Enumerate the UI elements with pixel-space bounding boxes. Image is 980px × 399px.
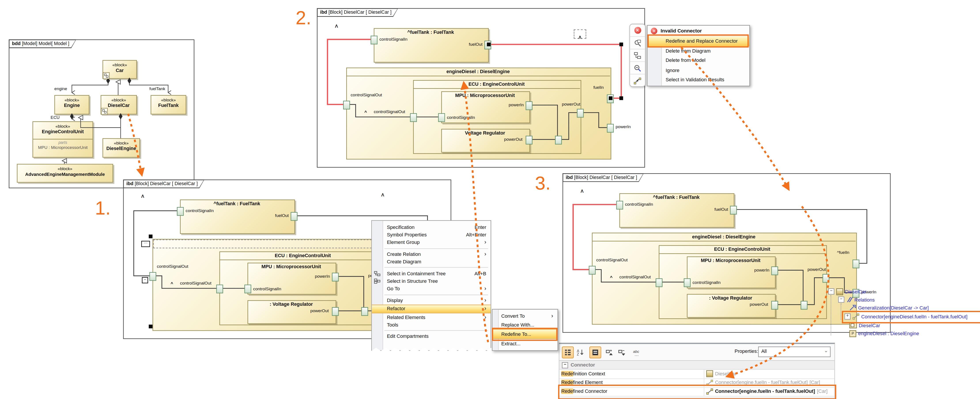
tree-node-enginediesel[interactable]: engineDiesel : DieselEngine	[849, 330, 919, 337]
block-car[interactable]: «block»Car	[102, 60, 137, 79]
connector-bend-handle[interactable]	[619, 43, 623, 46]
port-junction[interactable]	[216, 284, 223, 294]
menu-item-related-elements[interactable]: Related Elements	[372, 313, 490, 321]
port-mpu-controlsignalin[interactable]	[684, 278, 690, 287]
menu-item-symbol-properties[interactable]: Symbol PropertiesAlt+Enter	[372, 231, 490, 239]
bdd-composition-engine[interactable]	[72, 81, 108, 93]
menu-item-element-group[interactable]: Element Group	[372, 239, 490, 247]
port-controlsignalout[interactable]	[343, 101, 350, 110]
port-mpu-powerin[interactable]	[526, 101, 533, 110]
selection-handle[interactable]	[149, 235, 153, 238]
port-controlsignalin[interactable]	[616, 201, 623, 210]
customize-properties-button[interactable]: abc…	[631, 346, 643, 358]
port-junction[interactable]	[800, 301, 807, 310]
block-fueltank[interactable]: «block»FuelTank	[151, 95, 186, 115]
port-ecu-powerout[interactable]	[577, 109, 584, 118]
expert-mode-button[interactable]	[589, 346, 601, 358]
property-row-redefinition-context[interactable]: Redefinition Context DieselCar	[560, 370, 835, 379]
menu-item-tools[interactable]: Tools	[372, 321, 490, 329]
port-vr-powerout[interactable]	[332, 307, 339, 316]
menu-item-select-in-validation-results[interactable]: Select in Validation Results	[648, 75, 749, 85]
port-controlsignalout[interactable]	[150, 272, 156, 281]
property-row-redefined-element[interactable]: Redefined Element Connector[engine.fuelI…	[560, 378, 835, 388]
port-engine-fuelin[interactable]	[853, 260, 859, 268]
step-label-2: 2.	[296, 9, 311, 28]
bdd-diagram-tab[interactable]: bdd [Model] Model[ Model ]	[9, 39, 76, 48]
connector-endpoint-handle[interactable]	[609, 96, 612, 100]
expand-all-button[interactable]	[603, 346, 615, 358]
port-mpu-powerin[interactable]	[332, 273, 339, 281]
containment-tree: DieselCar Relations Generalization[Diese…	[824, 287, 980, 340]
containment-tree-icon[interactable]	[630, 49, 645, 62]
collapse-icon[interactable]	[828, 288, 834, 295]
property-row-redefined-connector[interactable]: Redefined Connector Connector[engine.fue…	[560, 387, 835, 396]
submenu-item-extract[interactable]: Extract...	[493, 339, 557, 348]
connector-endpoint-handle[interactable]	[487, 43, 490, 46]
block-enginecontrolunit[interactable]: «block»EngineControlUnit parts MPU : Mic…	[32, 121, 93, 158]
collapse-icon[interactable]	[838, 297, 844, 303]
ibd3-tab[interactable]: ibd [Block] DieselCar [ DieselCar ]	[563, 173, 644, 182]
sort-alphabetically-button[interactable]: AZ	[574, 346, 586, 358]
port-ecu-powerout[interactable]	[822, 274, 829, 283]
tree-node-dieselcar[interactable]: DieselCar	[828, 288, 866, 295]
tree-node-connector[interactable]: Connector[engineDiesel.fuelIn - fuelTank…	[845, 313, 967, 320]
port-mpu-powerin[interactable]	[771, 267, 778, 275]
menu-item-create-relation[interactable]: Create Relation	[372, 250, 490, 258]
properties-section-connector[interactable]: Connector	[560, 361, 835, 370]
port-mpu-controlsignalin[interactable]	[244, 284, 251, 294]
selection-handle[interactable]	[149, 324, 153, 328]
menu-item-create-diagram[interactable]: Create Diagram	[372, 258, 490, 266]
submenu-item-convert-to[interactable]: Convert To	[493, 311, 557, 320]
port-controlsignalin[interactable]	[177, 207, 184, 216]
submenu-item-replace-with[interactable]: Replace With...	[493, 320, 557, 329]
collapse-all-button[interactable]	[616, 346, 628, 358]
menu-item-ignore[interactable]: Ignore	[648, 65, 749, 75]
submenu-item-redefine-to[interactable]: Redefine To...	[493, 329, 557, 339]
connector-bend-handle[interactable]	[619, 96, 623, 100]
port-vr-powerout[interactable]	[526, 136, 533, 145]
tree-node-dieselcar-diagram[interactable]: DieselCar	[849, 321, 880, 329]
menu-item-redefine-and-replace-connector[interactable]: Redefine and Replace Connector	[648, 36, 749, 46]
menu-item-go-to[interactable]: Go To	[372, 285, 490, 293]
menu-item-select-in-structure-tree[interactable]: Select in Structure Tree	[372, 277, 490, 285]
properties-filter-select[interactable]: All	[758, 346, 830, 357]
block-dieselengine[interactable]: «block»DieselEngine	[102, 138, 140, 158]
inherited-caret: Λ	[141, 194, 144, 198]
menu-item-delete-from-diagram[interactable]: Delete from Diagram	[648, 46, 749, 56]
menu-item-refactor[interactable]: Refactor	[372, 304, 490, 313]
compartment-dots-box[interactable]	[141, 241, 150, 247]
port-fuelout[interactable]	[730, 206, 737, 214]
menu-item-select-in-containment-tree[interactable]: Select in Containment TreeAlt+B	[372, 270, 490, 277]
tree-node-relations[interactable]: Relations	[838, 296, 875, 303]
connector-path-icon[interactable]	[630, 75, 645, 86]
categorized-view-button[interactable]	[562, 346, 574, 358]
collapse-box[interactable]	[142, 277, 148, 283]
port-junction[interactable]	[656, 278, 663, 287]
menu-item-specification[interactable]: SpecificationEnter	[372, 223, 490, 231]
menu-item-edit-compartments[interactable]: Edit Compartments	[372, 332, 490, 340]
block-dieselcar[interactable]: «block»DieselCar	[101, 95, 137, 115]
port-controlsignalout[interactable]	[589, 266, 596, 275]
port-engine-powerin[interactable]	[607, 124, 614, 133]
block-aemm[interactable]: «block»AdvancedEngineManagementModule	[17, 164, 113, 183]
tree-node-generalization[interactable]: Generalization[DieselCar -> Car]	[849, 304, 929, 311]
port-vr-powerout[interactable]	[771, 301, 778, 310]
ibd2-tab[interactable]: ibd [Block] DieselCar [ DieselCar ]	[317, 8, 398, 17]
port-mpu-controlsignalin[interactable]	[438, 113, 445, 122]
port-fuelout[interactable]	[291, 212, 298, 221]
menu-item-delete-from-model[interactable]: Delete from Model	[648, 56, 749, 65]
redefine-caret-box[interactable]: Λ	[574, 29, 586, 39]
error-icon[interactable]	[630, 24, 645, 37]
port-junction[interactable]	[361, 307, 368, 316]
collapse-icon[interactable]	[562, 362, 568, 368]
port-junction[interactable]	[410, 113, 417, 122]
ibd1-tab[interactable]: ibd [Block] DieselCar [ DieselCar ]	[123, 179, 204, 188]
block-engine[interactable]: «block»Engine	[54, 95, 89, 115]
zoom-out-icon[interactable]	[630, 62, 645, 75]
port-controlsignalin[interactable]	[371, 35, 377, 45]
expand-icon[interactable]	[845, 313, 851, 319]
port-junction[interactable]	[555, 136, 562, 145]
menu-item-display[interactable]: Display	[372, 297, 490, 304]
step-label-3: 3.	[535, 174, 550, 193]
select-in-validation-icon[interactable]	[630, 37, 645, 49]
